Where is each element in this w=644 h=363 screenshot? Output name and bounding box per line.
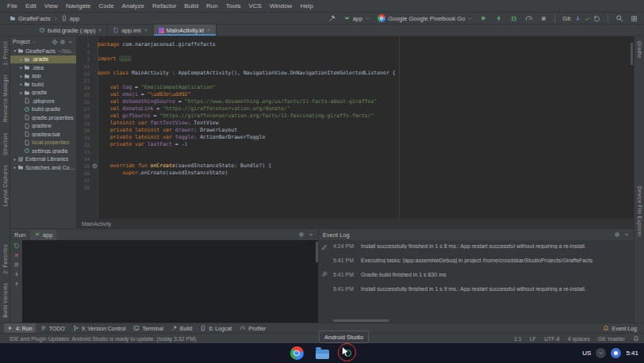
editor-tab-MainActivity.kt[interactable]: MainActivity.kt <box>154 25 217 36</box>
editor-breadcrumb[interactable]: MainActivity <box>77 219 634 228</box>
right-strip-gradle[interactable]: Gradle <box>637 41 642 58</box>
toolwindow-profiler[interactable]: Profiler <box>236 323 269 333</box>
search-everywhere-button[interactable] <box>615 14 623 22</box>
left-strip-build-variants[interactable]: Build Variants <box>2 283 8 318</box>
hide-panel-icon[interactable] <box>308 231 314 238</box>
rerun-button[interactable] <box>13 243 20 249</box>
code-editor[interactable]: 1package com.naranjaconsal.giraffefacts2… <box>77 36 634 228</box>
scroll-up-icon[interactable] <box>13 281 20 287</box>
menu-code[interactable]: Code <box>94 2 117 10</box>
taskbar-chrome[interactable] <box>290 346 304 360</box>
tree-item-app[interactable]: ▸app <box>10 72 76 81</box>
locate-file-icon[interactable] <box>52 39 58 45</box>
left-strip-layout-captures[interactable]: Layout Captures <box>2 165 8 206</box>
status-4-spaces[interactable]: 4 spaces <box>568 336 590 342</box>
menu-navigate[interactable]: Navigate <box>62 2 95 10</box>
event-log-scrollbar[interactable] <box>333 319 389 322</box>
tree-item-settings.gradle[interactable]: settings.gradle <box>10 147 76 155</box>
left-strip-structure[interactable]: Structure <box>2 132 8 155</box>
status-git-master[interactable]: Git: master <box>598 336 625 342</box>
tree-item-gradle[interactable]: ▸gradle <box>10 89 76 97</box>
gear-icon[interactable] <box>298 231 305 238</box>
run-tab-app[interactable]: app <box>30 230 57 240</box>
gear-icon[interactable] <box>59 39 66 45</box>
toolwindow-terminal[interactable]: Terminal <box>130 323 166 333</box>
status-1-1[interactable]: 1:1 <box>514 336 522 342</box>
menu-file[interactable]: File <box>3 2 21 10</box>
apply-changes-button[interactable] <box>495 14 503 22</box>
status-lf[interactable]: LF <box>530 336 536 342</box>
tree-item-build.gradle[interactable]: build.gradle <box>10 105 76 114</box>
run-button[interactable] <box>480 14 488 22</box>
clock[interactable]: 5:41 <box>626 350 638 357</box>
left-strip-2-favorites[interactable]: 2: Favorites <box>2 244 8 274</box>
stop-button[interactable] <box>13 252 20 258</box>
taskbar-files[interactable] <box>316 347 329 359</box>
toolwindow-build[interactable]: Build <box>168 323 196 333</box>
toolwindow-label: Build <box>180 326 193 331</box>
toolwindow-6-logcat[interactable]: 6: Logcat <box>197 323 235 333</box>
scroll-down-icon[interactable] <box>13 271 20 277</box>
profile-button[interactable] <box>525 14 533 22</box>
notifications-bell[interactable] <box>633 335 639 342</box>
tree-item-.gitignore[interactable]: .gitignore <box>10 97 76 105</box>
stop-button[interactable] <box>540 15 547 22</box>
tree-item-gradlew[interactable]: gradlew <box>10 122 76 131</box>
tree-item-External Libraries[interactable]: ▸External Libraries <box>10 155 76 164</box>
list-icon[interactable] <box>13 262 20 268</box>
menu-refactor[interactable]: Refactor <box>148 2 180 10</box>
tree-item-build[interactable]: ▸build <box>10 80 76 89</box>
tree-item-gradle.properties[interactable]: gradle.properties <box>10 113 76 122</box>
breadcrumb[interactable]: GiraffeFacts app <box>10 15 79 22</box>
menu-view[interactable]: View <box>40 2 62 10</box>
code-line: 38 <box>77 184 634 191</box>
wrench-icon[interactable] <box>321 271 328 277</box>
left-strip-resource-manager[interactable]: Resource Manager <box>2 75 8 122</box>
menu-build[interactable]: Build <box>180 2 202 10</box>
keyboard-layout-indicator[interactable]: US <box>582 350 591 357</box>
system-menu-icon[interactable] <box>596 348 606 358</box>
menu-edit[interactable]: Edit <box>21 2 40 10</box>
tree-item-gradlew.bat[interactable]: gradlew.bat <box>10 130 76 139</box>
menu-run[interactable]: Run <box>202 2 222 10</box>
console-scrollbar[interactable] <box>316 242 318 262</box>
menu-help[interactable]: Help <box>296 2 316 10</box>
pencil-icon[interactable] <box>321 244 328 250</box>
chevron-down-icon[interactable] <box>32 40 36 44</box>
left-strip-1-project[interactable]: 1: Project <box>2 41 8 65</box>
layout-grid-button[interactable] <box>631 15 638 22</box>
editor-tab-build.gradle (:app)[interactable]: build.gradle (:app) <box>34 25 108 36</box>
project-panel-title[interactable]: Project <box>13 39 30 44</box>
toolwindow-9-version-control[interactable]: 9: Version Control <box>70 323 129 333</box>
run-console-output[interactable] <box>22 240 318 323</box>
toolwindow-event-log[interactable]: Event Log <box>600 325 640 331</box>
git-update-button[interactable] <box>574 15 581 22</box>
toolwindow-4-run[interactable]: 4: Run <box>4 323 36 333</box>
device-dropdown[interactable]: Google Google Pixelbook Go <box>378 14 473 22</box>
tree-item-Scratches and Consoles[interactable]: ▸Scratches and Consoles <box>10 163 76 172</box>
editor-tab-app.iml[interactable]: app.iml <box>108 25 153 36</box>
hide-panel-icon[interactable] <box>623 231 630 238</box>
code-area[interactable]: 1package com.naranjaconsal.giraffefacts2… <box>77 36 634 219</box>
git-commit-button[interactable] <box>584 15 591 22</box>
menu-analyze[interactable]: Analyze <box>118 2 148 10</box>
git-rollback-button[interactable] <box>593 15 600 22</box>
status-utf-8[interactable]: UTF-8 <box>544 336 560 342</box>
editor-scrollbar[interactable] <box>631 43 633 65</box>
build-hammer-icon[interactable] <box>328 14 336 22</box>
debug-button[interactable] <box>510 14 518 22</box>
tree-item-.gradle[interactable]: ▸.gradle <box>10 55 76 64</box>
run-config-dropdown[interactable]: app <box>343 15 371 22</box>
menu-vcs[interactable]: VCS <box>244 2 265 10</box>
tree-item-GiraffeFacts[interactable]: ▾GiraffeFacts~/Stu... <box>10 47 76 55</box>
tree-item-.idea[interactable]: ▸.idea <box>10 63 76 72</box>
menu-tools[interactable]: Tools <box>222 2 245 10</box>
gear-icon[interactable] <box>614 231 620 238</box>
status-message[interactable]: IDE and Plugin Updates: Android Studio i… <box>10 336 196 342</box>
hide-panel-icon[interactable] <box>67 39 74 45</box>
tree-item-local.properties[interactable]: local.properties <box>10 139 76 147</box>
account-icon[interactable] <box>611 348 621 358</box>
menu-window[interactable]: Window <box>266 2 296 10</box>
right-strip-device-file-explorer[interactable]: Device File Explorer <box>637 186 642 237</box>
toolwindow-todo[interactable]: TODO <box>37 323 68 333</box>
